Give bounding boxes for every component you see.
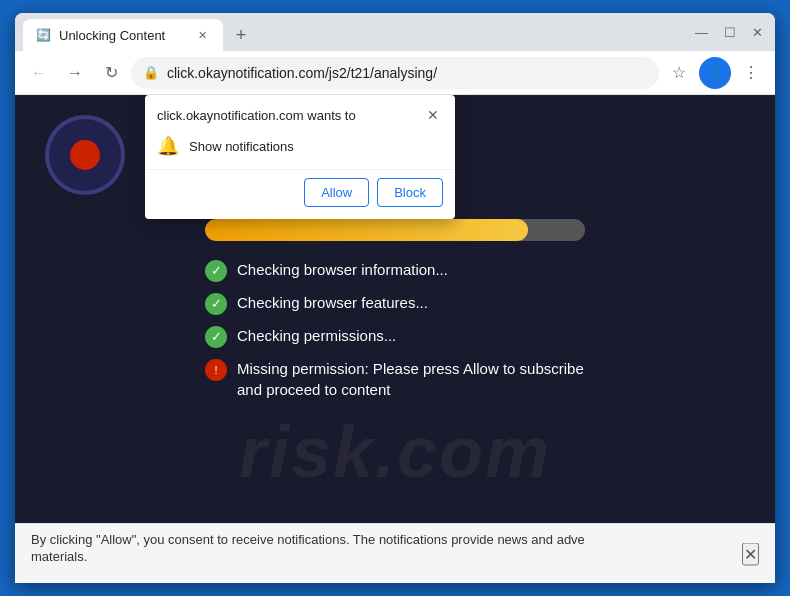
check-text-3: Checking permissions... [237, 325, 396, 346]
tab-favicon: 🔄 [35, 27, 51, 43]
check-text-1: Checking browser information... [237, 259, 448, 280]
reload-button[interactable]: ↻ [95, 57, 127, 89]
notification-popup: click.okaynotification.com wants to ✕ 🔔 … [145, 95, 455, 219]
bottom-bar-line1: By clicking "Allow", you consent to rece… [31, 532, 759, 547]
popup-close-button[interactable]: ✕ [423, 105, 443, 125]
popup-title: click.okaynotification.com wants to [157, 108, 356, 123]
address-bar[interactable]: 🔒 click.okaynotification.com/js2/t21/ana… [131, 57, 659, 89]
maximize-button[interactable]: ☐ [724, 25, 736, 40]
popup-notification-text: Show notifications [189, 139, 294, 154]
tab-close-button[interactable]: ✕ [193, 26, 211, 44]
check-icon-2: ✓ [205, 293, 227, 315]
allow-button[interactable]: Allow [304, 178, 369, 207]
logo-inner [70, 140, 100, 170]
active-tab[interactable]: 🔄 Unlocking Content ✕ [23, 19, 223, 51]
site-logo [45, 115, 125, 195]
popup-notification-row: 🔔 Show notifications [145, 131, 455, 169]
tab-title: Unlocking Content [59, 28, 185, 43]
back-button[interactable]: ← [23, 57, 55, 89]
bottom-bar: By clicking "Allow", you consent to rece… [15, 523, 775, 583]
new-tab-button[interactable]: + [227, 21, 255, 49]
address-text: click.okaynotification.com/js2/t21/analy… [167, 65, 647, 81]
check-icon-3: ✓ [205, 326, 227, 348]
profile-icon[interactable]: 👤 [699, 57, 731, 89]
progress-bar [205, 219, 528, 241]
check-icon-1: ✓ [205, 260, 227, 282]
check-list: ✓ Checking browser information... ✓ Chec… [205, 259, 585, 400]
toolbar: ← → ↻ 🔒 click.okaynotification.com/js2/t… [15, 51, 775, 95]
close-button[interactable]: ✕ [752, 25, 763, 40]
bottom-close-button[interactable]: ✕ [742, 542, 759, 565]
minimize-button[interactable]: — [695, 25, 708, 40]
lock-icon: 🔒 [143, 65, 159, 80]
block-button[interactable]: Block [377, 178, 443, 207]
progress-container [205, 219, 585, 241]
tab-bar: 🔄 Unlocking Content ✕ + — ☐ ✕ [15, 13, 775, 51]
check-text-2: Checking browser features... [237, 292, 428, 313]
check-item-4: ! Missing permission: Please press Allow… [205, 358, 585, 400]
check-item-2: ✓ Checking browser features... [205, 292, 585, 315]
check-item-3: ✓ Checking permissions... [205, 325, 585, 348]
check-item-1: ✓ Checking browser information... [205, 259, 585, 282]
popup-header: click.okaynotification.com wants to ✕ [145, 95, 455, 131]
forward-button[interactable]: → [59, 57, 91, 89]
menu-button[interactable]: ⋮ [735, 57, 767, 89]
check-text-4: Missing permission: Please press Allow t… [237, 358, 585, 400]
browser-window: 🔄 Unlocking Content ✕ + — ☐ ✕ ← → ↻ 🔒 cl… [15, 13, 775, 583]
watermark: risk.com [239, 411, 551, 493]
bottom-bar-line2: materials. [31, 549, 759, 564]
bookmark-icon[interactable]: ☆ [663, 57, 695, 89]
warning-icon-4: ! [205, 359, 227, 381]
bell-icon: 🔔 [157, 135, 179, 157]
popup-buttons: Allow Block [145, 169, 455, 219]
content-area: click.okaynotification.com wants to ✕ 🔔 … [15, 95, 775, 583]
tabs-area: 🔄 Unlocking Content ✕ + [23, 13, 695, 51]
